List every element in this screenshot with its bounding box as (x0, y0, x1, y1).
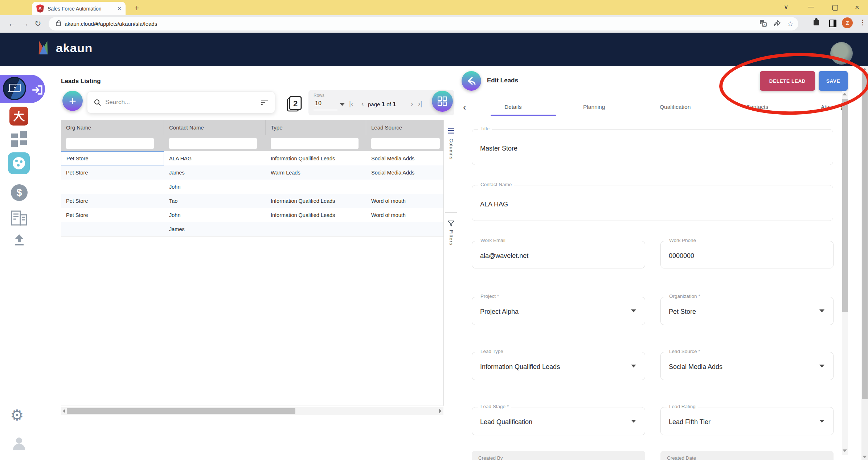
cell[interactable] (266, 180, 366, 194)
field-title[interactable]: Title Master Store (472, 129, 833, 165)
table-row[interactable]: Pet Store Tao Information Qualified Lead… (61, 194, 443, 208)
tab-contacts[interactable]: Contacts (746, 104, 768, 110)
scroll-down-icon[interactable] (863, 456, 867, 458)
support-person-icon[interactable] (13, 438, 25, 450)
back-button[interactable] (462, 71, 481, 91)
field-lead-rating[interactable]: Lead Rating Lead Fifth Tier (660, 407, 834, 435)
tab-details[interactable]: Details (504, 104, 521, 110)
field-organization[interactable]: Organization * Pet Store (660, 297, 834, 325)
filter-input-org-name[interactable] (66, 138, 154, 149)
user-avatar[interactable] (830, 42, 853, 65)
filter-sort-icon[interactable] (261, 99, 268, 106)
sidebar-item-dashboard[interactable] (11, 131, 27, 149)
table-row[interactable]: Pet Store ALA HAG Information Qualified … (61, 151, 443, 166)
dropdown-caret-icon[interactable] (631, 420, 636, 423)
col-header-type[interactable]: Type (266, 120, 366, 135)
field-value[interactable]: ALA HAG (480, 201, 508, 208)
last-page-button[interactable]: ›| (418, 100, 422, 108)
cell[interactable]: Information Qualified Leads (266, 208, 366, 222)
new-tab-button[interactable]: + (134, 3, 139, 13)
sidebar-item-red-app[interactable] (9, 107, 28, 126)
sidebar-item-upload[interactable] (13, 234, 25, 247)
columns-tool[interactable]: Columns (444, 128, 458, 160)
tab-planning[interactable]: Planning (583, 104, 605, 110)
save-button[interactable]: SAVE (819, 71, 848, 91)
filters-tool[interactable]: Filters (444, 221, 458, 245)
tab-search-icon[interactable]: ∨ (784, 3, 788, 11)
col-header-org-name[interactable]: Org Name (61, 120, 164, 135)
table-row[interactable]: Pet Store James Warm Leads Social Media … (61, 165, 443, 180)
field-lead-source[interactable]: Lead Source * Social Media Adds (660, 352, 834, 380)
tabs-prev-icon[interactable]: ‹ (463, 102, 466, 112)
field-value[interactable]: Project Alpha (480, 308, 519, 316)
sidebar-item-current-module[interactable] (8, 152, 30, 174)
share-icon[interactable] (773, 20, 781, 28)
table-row[interactable]: James (61, 222, 443, 237)
reload-icon[interactable]: ↻ (34, 19, 41, 28)
cell[interactable]: Tao (164, 194, 266, 208)
field-lead-stage[interactable]: Lead Stage * Lead Qualification (472, 407, 645, 435)
close-window-button[interactable]: × (855, 3, 859, 12)
forward-nav-icon[interactable]: → (21, 19, 29, 28)
search-box[interactable] (87, 91, 275, 113)
filter-input-type[interactable] (271, 138, 359, 149)
translate-icon[interactable]: aA (760, 20, 767, 28)
cell[interactable] (61, 180, 164, 194)
cell[interactable]: Pet Store (61, 194, 164, 208)
page-scrollbar-thumb[interactable] (862, 73, 868, 399)
cell[interactable]: John (164, 208, 266, 222)
first-page-button[interactable]: |‹ (349, 100, 353, 108)
table-row[interactable]: Pet Store John Information Qualified Lea… (61, 208, 443, 222)
sidebar-item-organization[interactable] (11, 210, 28, 227)
applet-badge-icon[interactable] (3, 77, 26, 100)
field-project[interactable]: Project * Project Alpha (472, 297, 645, 325)
field-value[interactable]: ala@wavelet.net (480, 252, 528, 260)
tab-qualification[interactable]: Qualification (660, 104, 691, 110)
dropdown-caret-icon[interactable] (819, 365, 824, 367)
rows-per-page-select[interactable]: 10 (315, 100, 322, 107)
filter-input-lead-source[interactable] (371, 138, 440, 149)
form-scrollbar-thumb[interactable] (842, 99, 848, 312)
scroll-down-icon[interactable] (843, 449, 847, 452)
extensions-icon[interactable] (814, 20, 819, 25)
dropdown-caret-icon[interactable] (819, 420, 824, 423)
grid-view-button[interactable] (432, 91, 453, 112)
cell[interactable]: James (164, 165, 266, 180)
cell[interactable]: Warm Leads (266, 165, 366, 180)
sidebar-item-finance[interactable]: $ (11, 184, 28, 201)
field-work-phone[interactable]: Work Phone 0000000 (660, 241, 834, 268)
filter-input-contact-name[interactable] (169, 138, 257, 149)
field-work-email[interactable]: Work Email ala@wavelet.net (472, 241, 645, 268)
cell-org-selected[interactable]: Pet Store (61, 151, 164, 165)
enter-arrow-icon[interactable] (32, 85, 43, 96)
field-value[interactable]: Social Media Adds (669, 363, 722, 371)
col-header-lead-source[interactable]: Lead Source (366, 120, 443, 135)
cell[interactable]: Word of mouth (366, 208, 443, 222)
profile-avatar[interactable]: Z (842, 17, 853, 28)
tab-attachments[interactable]: Atta (821, 104, 831, 110)
cell[interactable] (366, 180, 443, 194)
browser-tab[interactable]: A Sales Force Automation × (32, 2, 126, 15)
field-value[interactable]: 0000000 (669, 252, 694, 260)
cell[interactable]: Information Qualified Leads (266, 194, 366, 208)
cell[interactable]: Pet Store (61, 208, 164, 222)
cell[interactable]: Pet Store (61, 165, 164, 180)
prev-page-button[interactable]: ‹ (361, 100, 364, 108)
rows-caret-icon[interactable] (340, 103, 345, 106)
delete-lead-button[interactable]: DELETE LEAD (760, 71, 815, 91)
scroll-left-icon[interactable] (63, 409, 65, 413)
next-page-button[interactable]: › (411, 100, 413, 108)
field-value[interactable]: Lead Fifth Tier (669, 418, 711, 426)
horizontal-scrollbar-thumb[interactable] (67, 408, 295, 414)
cell[interactable] (366, 222, 443, 236)
bookmark-star-icon[interactable]: ☆ (787, 20, 793, 28)
cell[interactable]: Social Media Adds (366, 165, 443, 180)
table-row[interactable]: John (61, 180, 443, 194)
url-text[interactable]: akaun.cloud/#/applets/akaun/sfa/leads (65, 21, 753, 27)
tab-close-icon[interactable]: × (118, 5, 121, 12)
add-lead-button[interactable]: + (62, 91, 83, 111)
cell[interactable] (266, 222, 366, 236)
dropdown-caret-icon[interactable] (631, 309, 636, 312)
cell[interactable]: Word of mouth (366, 194, 443, 208)
field-lead-type[interactable]: Lead Type Information Qualified Leads (472, 352, 645, 380)
